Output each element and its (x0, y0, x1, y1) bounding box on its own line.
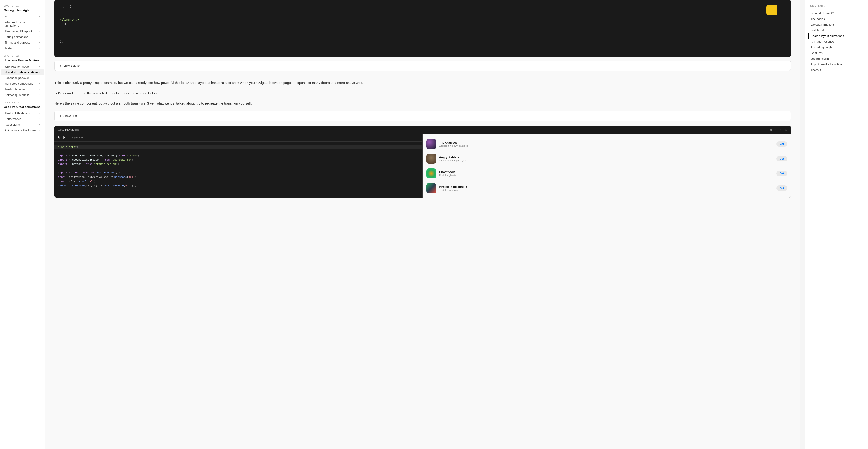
show-hint-label: Show Hint (63, 114, 77, 118)
app-desc: Find the treasure. (439, 189, 774, 191)
nav-item-label: Taste (4, 47, 11, 50)
app-info: Pirates in the jungleFind the treasure. (439, 185, 774, 191)
check-icon: ✓ (38, 71, 40, 74)
app-icon (426, 183, 436, 193)
nav-item-label: How do I code animations (4, 70, 38, 74)
chapter-label: Chapter 02 (0, 55, 45, 58)
code-playground: Code Playground ◀ # ⤢ ↻ App.js styles.cs… (54, 126, 791, 198)
app-get-button[interactable]: Get (776, 141, 787, 147)
check-icon: ✓ (38, 30, 40, 33)
app-name: The Oddysey (439, 141, 774, 144)
app-icon (426, 169, 436, 178)
nav-item-label: Why Framer Motion (4, 65, 30, 68)
chapter-title: Good vs Great animations (0, 105, 45, 111)
toc-item[interactable]: Shared layout animations (808, 33, 863, 39)
check-icon: ✓ (38, 82, 40, 85)
toc-item[interactable]: AnimatePresence (808, 39, 863, 44)
app-info: Ghost townFind the ghosts. (439, 170, 774, 177)
toc-item[interactable]: Animating height (808, 44, 863, 50)
nav-item[interactable]: Taste✓ (1, 46, 44, 51)
check-icon: ✓ (38, 77, 40, 79)
check-icon: ✓ (38, 123, 40, 126)
top-code-block: ) : ( "element" /> )} ); } (54, 0, 791, 57)
playground-grid-icon[interactable]: # (775, 128, 776, 131)
view-solution-section: ▼ View Solution (54, 61, 791, 71)
tab-stylescss[interactable]: styles.css (68, 134, 86, 141)
yellow-box-decoration (767, 4, 777, 16)
app-item[interactable]: The OddyseyExplore unknown galaxies.Get (426, 137, 787, 151)
app-get-button[interactable]: Get (776, 156, 787, 161)
nav-item[interactable]: Spring animations✓ (1, 34, 44, 40)
view-solution-label: View Solution (63, 64, 81, 67)
toc-item[interactable]: That's it (808, 67, 863, 73)
toc-item[interactable]: useTransform (808, 56, 863, 61)
nav-item[interactable]: Trash interaction✓ (1, 86, 44, 92)
nav-item-label: Animating in public (4, 93, 29, 97)
body-paragraph-1: This is obviously a pretty simple exampl… (54, 80, 791, 86)
playground-controls: ◀ # ⤢ ↻ (769, 128, 787, 131)
toc-item[interactable]: Layout animations (808, 22, 863, 27)
check-icon: ✓ (38, 88, 40, 91)
nav-item[interactable]: Animations of the future✓ (1, 127, 44, 133)
check-icon: ✓ (38, 35, 40, 38)
app-icon (426, 139, 436, 149)
playground-editor: App.js styles.css "use client";import { … (54, 134, 423, 198)
nav-item-label: Intro (4, 15, 10, 18)
body-paragraph-2: Let's try and recreate the animated moda… (54, 90, 791, 96)
chapter-label: Chapter 03 (0, 101, 45, 105)
check-icon: ✓ (38, 129, 40, 132)
nav-item[interactable]: Multi-step component✓ (1, 81, 44, 86)
nav-item[interactable]: What makes an animation ...✓ (1, 19, 44, 28)
app-name: Ghost town (439, 170, 774, 174)
app-desc: Find the ghosts. (439, 174, 774, 177)
app-get-button[interactable]: Get (776, 185, 787, 191)
app-desc: Explore unknown galaxies. (439, 145, 774, 147)
body-paragraph-3: Here's the same component, but without a… (54, 100, 791, 107)
playground-tabs: App.js styles.css (54, 134, 423, 142)
app-item[interactable]: Ghost townFind the ghosts.Get (426, 166, 787, 181)
app-icon (426, 154, 436, 164)
nav-item-label: Multi-step component (4, 82, 33, 85)
playground-expand-icon[interactable]: ⤢ (779, 128, 782, 131)
chapter-title: Making it feel right (0, 8, 45, 13)
contents-title: Contents (810, 4, 863, 7)
playground-body: App.js styles.css "use client";import { … (54, 134, 791, 198)
toc-item[interactable]: App Store-like transition (808, 61, 863, 67)
chevron-icon: ▼ (59, 64, 62, 67)
nav-item[interactable]: Why Framer Motion✓ (1, 64, 44, 69)
chapter-title: How I use Framer Motion (0, 58, 45, 64)
playground-back-icon[interactable]: ◀ (769, 128, 772, 131)
app-item[interactable]: Angry RabbitsThey are coming for you.Get (426, 151, 787, 166)
nav-item[interactable]: Feedback popover✓ (1, 75, 44, 81)
playground-code: "use client";import { useEffect, useStat… (54, 142, 423, 192)
nav-item[interactable]: Animating in public✓ (1, 92, 44, 98)
nav-item[interactable]: The big little details✓ (1, 111, 44, 116)
view-solution-toggle[interactable]: ▼ View Solution (55, 61, 791, 70)
nav-item[interactable]: How do I code animations✓ (1, 69, 44, 75)
nav-item-label: Accessibility (4, 123, 21, 126)
toc-item[interactable]: When do I use it? (808, 10, 863, 16)
nav-item[interactable]: Accessibility✓ (1, 122, 44, 127)
show-hint-toggle[interactable]: ▼ Show Hint (55, 111, 791, 121)
chapter-group: Chapter 03Good vs Great animationsThe bi… (0, 101, 45, 133)
toc-item[interactable]: The basics (808, 16, 863, 22)
app-name: Pirates in the jungle (439, 185, 774, 188)
playground-title: Code Playground (58, 128, 79, 131)
nav-item-label: What makes an animation ... (4, 21, 38, 27)
toc-item[interactable]: Gestures (808, 50, 863, 56)
nav-item[interactable]: Timing and purpose✓ (1, 40, 44, 46)
nav-item[interactable]: Intro✓ (1, 13, 44, 19)
nav-item-label: Animations of the future (4, 128, 36, 132)
playground-refresh-icon[interactable]: ↻ (784, 128, 787, 131)
nav-item[interactable]: Performance✓ (1, 116, 44, 122)
tab-appjs[interactable]: App.js (54, 134, 68, 141)
nav-item[interactable]: The Easing Blueprint✓ (1, 28, 44, 34)
toc-item[interactable]: Watch out (808, 27, 863, 33)
check-icon: ✓ (38, 65, 40, 68)
app-get-button[interactable]: Get (776, 171, 787, 176)
nav-item-label: Feedback popover (4, 76, 29, 80)
app-desc: They are coming for you. (439, 159, 774, 162)
main-content: ) : ( "element" /> )} ); } ▼ View Soluti… (45, 0, 800, 449)
check-icon: ✓ (38, 93, 40, 96)
app-item[interactable]: Pirates in the jungleFind the treasure.G… (426, 181, 787, 196)
